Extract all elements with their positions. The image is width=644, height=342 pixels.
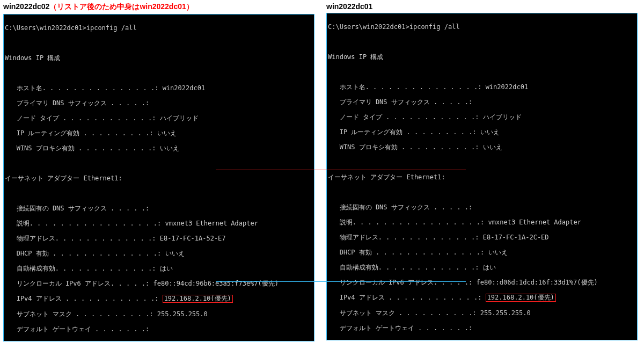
right-column: win2022dc01 C:\Users\win2022dc01>ipconfi… — [326, 2, 638, 341]
right-title-main: win2022dc01 — [326, 2, 372, 11]
comparison-wrap: win2022dc02（リストア後のため中身はwin2022dc01） C:\U… — [0, 0, 644, 342]
left-title: win2022dc02（リストア後のため中身はwin2022dc01） — [3, 2, 314, 12]
connector-blue-line — [216, 281, 466, 282]
left-eth1-ipv4: 192.168.2.10(優先) — [163, 295, 233, 303]
right-eth1-header: イーサネット アダプター Ethernet1: — [328, 173, 636, 181]
left-cmdline: C:\Users\win2022dc01>ipconfig /all — [5, 24, 313, 32]
right-host-name: win2022dc01 — [486, 83, 528, 91]
left-terminal[interactable]: C:\Users\win2022dc01>ipconfig /all Windo… — [3, 14, 314, 341]
right-terminal[interactable]: C:\Users\win2022dc01>ipconfig /all Windo… — [326, 13, 638, 340]
left-eth1-mac: E8-17-FC-1A-52-E7 — [160, 235, 226, 242]
right-cmdline: C:\Users\win2022dc01>ipconfig /all — [328, 23, 636, 31]
left-ipcfg-header: Windows IP 構成 — [5, 54, 313, 62]
connector-red-line — [216, 170, 466, 170]
right-eth1-mac: E8-17-FC-1A-2C-ED — [483, 234, 549, 241]
right-ipcfg-header: Windows IP 構成 — [328, 53, 636, 61]
left-title-main: win2022dc02 — [3, 2, 49, 11]
left-eth1-header: イーサネット アダプター Ethernet1: — [5, 174, 313, 182]
right-title: win2022dc01 — [326, 2, 638, 11]
right-eth1-ipv4: 192.168.2.10(優先) — [486, 294, 556, 302]
left-column: win2022dc02（リストア後のため中身はwin2022dc01） C:\U… — [3, 2, 314, 341]
left-title-annot: （リストア後のため中身はwin2022dc01） — [49, 2, 193, 11]
left-host-name: win2022dc01 — [163, 84, 205, 92]
